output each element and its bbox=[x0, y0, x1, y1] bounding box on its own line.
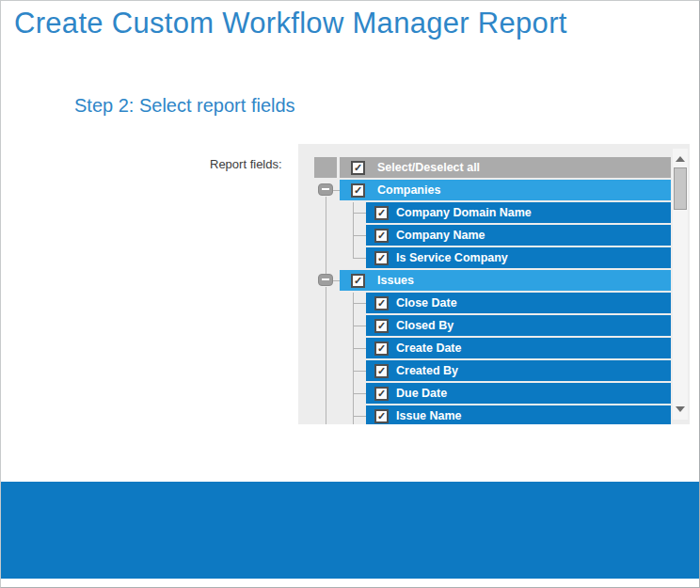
checkbox-checked-icon[interactable]: ✓ bbox=[374, 342, 389, 356]
tree-row-label: Company Domain Name bbox=[396, 206, 532, 219]
checkbox-checked-icon[interactable]: ✓ bbox=[374, 409, 389, 423]
tree-row-company-name: ✓Company Name bbox=[314, 225, 671, 246]
tree-gutter-trunk bbox=[314, 315, 340, 336]
tree-row-select-deselect-all: ✓Select/Deselect all bbox=[314, 157, 671, 178]
tree-gutter-trunk bbox=[314, 225, 340, 246]
tree-row-label: Close Date bbox=[396, 296, 457, 310]
tree-gutter bbox=[314, 180, 340, 200]
tree-row-label: Companies bbox=[377, 183, 440, 197]
wizard-footer: Previous Next bbox=[1, 482, 699, 579]
tree-row-issues: ✓Issues bbox=[314, 270, 671, 291]
collapse-expander-icon[interactable] bbox=[318, 274, 333, 286]
checkbox-checked-icon[interactable]: ✓ bbox=[374, 229, 389, 243]
vertical-scrollbar[interactable] bbox=[673, 149, 688, 420]
tree-line bbox=[353, 213, 366, 214]
tree-line bbox=[353, 225, 354, 247]
tree-line bbox=[333, 190, 340, 191]
report-fields-label: Report fields: bbox=[210, 157, 282, 171]
tree-line bbox=[353, 383, 354, 405]
tree-row-body[interactable]: ✓Due Date bbox=[366, 383, 671, 404]
tree-gutter-trunk bbox=[314, 405, 340, 424]
tree-gutter-trunk bbox=[314, 202, 340, 223]
tree-rows: ✓Select/Deselect all✓Companies✓Company D… bbox=[314, 157, 671, 424]
tree-gutter-branch bbox=[340, 293, 366, 313]
tree-line bbox=[326, 338, 326, 360]
tree-line bbox=[353, 235, 366, 236]
checkbox-checked-icon[interactable]: ✓ bbox=[351, 183, 365, 198]
tree-line bbox=[326, 293, 326, 315]
tree-row-due-date: ✓Due Date bbox=[314, 383, 671, 404]
tree-row-company-domain-name: ✓Company Domain Name bbox=[314, 202, 671, 223]
scrollbar-thumb[interactable] bbox=[674, 167, 687, 210]
tree-line bbox=[326, 405, 326, 424]
checkbox-checked-icon[interactable]: ✓ bbox=[351, 161, 365, 175]
tree-row-companies: ✓Companies bbox=[314, 180, 671, 200]
tree-gutter-trunk bbox=[314, 383, 340, 404]
tree-gutter-branch bbox=[340, 202, 366, 223]
tree-row-body[interactable]: ✓Is Service Company bbox=[366, 247, 671, 268]
tree-gutter-branch bbox=[340, 405, 366, 424]
tree-row-created-by: ✓Created By bbox=[314, 360, 671, 381]
tree-row-body[interactable]: ✓Created By bbox=[366, 360, 671, 381]
tree-gutter-branch bbox=[340, 360, 366, 381]
tree-row-label: Is Service Company bbox=[396, 251, 508, 264]
tree-line bbox=[353, 416, 366, 417]
report-fields-listbox: ✓Select/Deselect all✓Companies✓Company D… bbox=[298, 144, 690, 424]
tree-row-label: Created By bbox=[396, 364, 458, 377]
tree-row-label: Company Name bbox=[396, 229, 485, 242]
tree-row-issue-name: ✓Issue Name bbox=[314, 405, 671, 424]
tree-line bbox=[353, 326, 366, 326]
tree-row-body[interactable]: ✓Company Name bbox=[366, 225, 671, 246]
checkbox-checked-icon[interactable]: ✓ bbox=[351, 274, 365, 288]
checkbox-checked-icon[interactable]: ✓ bbox=[374, 296, 389, 310]
tree-row-body[interactable]: ✓Companies bbox=[340, 180, 671, 200]
tree-gutter-trunk bbox=[314, 293, 340, 313]
checkbox-checked-icon[interactable]: ✓ bbox=[374, 206, 389, 220]
tree-row-label: Create Date bbox=[396, 342, 461, 355]
tree-gutter bbox=[314, 270, 340, 291]
collapse-expander-icon[interactable] bbox=[318, 183, 333, 196]
tree-line bbox=[353, 315, 354, 338]
tree-line bbox=[326, 383, 326, 405]
wizard-window: Create Custom Workflow Manager Report St… bbox=[0, 0, 700, 588]
tree-row-is-service-company: ✓Is Service Company bbox=[314, 247, 671, 268]
checkbox-checked-icon[interactable]: ✓ bbox=[374, 319, 389, 333]
tree-row-body[interactable]: ✓Issue Name bbox=[366, 405, 671, 424]
tree-line bbox=[326, 360, 326, 383]
tree-row-label: Select/Deselect all bbox=[377, 161, 480, 174]
tree-line bbox=[326, 225, 326, 247]
checkbox-checked-icon[interactable]: ✓ bbox=[374, 251, 389, 265]
tree-line bbox=[326, 247, 326, 270]
tree-gutter-branch bbox=[340, 225, 366, 246]
tree-row-body[interactable]: ✓Closed By bbox=[366, 315, 671, 336]
scroll-down-icon[interactable] bbox=[676, 406, 685, 412]
tree-row-body[interactable]: ✓Issues bbox=[340, 270, 671, 291]
tree-row-closed-by: ✓Closed By bbox=[314, 315, 671, 336]
tree-row-label: Closed By bbox=[396, 319, 453, 332]
tree-row-close-date: ✓Close Date bbox=[314, 293, 671, 313]
tree-row-body[interactable]: ✓Close Date bbox=[366, 293, 671, 313]
tree-row-label: Issues bbox=[377, 274, 414, 287]
tree-line bbox=[353, 303, 366, 304]
tree-line bbox=[353, 360, 354, 383]
tree-line bbox=[353, 348, 366, 349]
tree-gutter-branch bbox=[340, 383, 366, 404]
scroll-up-icon[interactable] bbox=[676, 156, 685, 162]
checkbox-checked-icon[interactable]: ✓ bbox=[374, 387, 389, 401]
page-title: Create Custom Workflow Manager Report bbox=[14, 7, 567, 40]
tree-line bbox=[333, 280, 340, 281]
checkbox-checked-icon[interactable]: ✓ bbox=[374, 364, 389, 378]
step-heading: Step 2: Select report fields bbox=[74, 95, 295, 117]
tree-row-body[interactable]: ✓Select/Deselect all bbox=[340, 157, 671, 178]
tree-row-body[interactable]: ✓Company Domain Name bbox=[366, 202, 671, 223]
tree-line bbox=[353, 202, 354, 225]
tree-gutter-trunk bbox=[314, 338, 340, 358]
tree-line bbox=[353, 338, 354, 360]
tree-line bbox=[353, 258, 366, 259]
tree-gutter-branch bbox=[340, 247, 366, 268]
tree-corner-cell bbox=[314, 157, 337, 178]
tree-gutter-trunk bbox=[314, 360, 340, 381]
tree-row-label: Due Date bbox=[396, 387, 447, 400]
tree-row-body[interactable]: ✓Create Date bbox=[366, 338, 671, 358]
minus-glyph bbox=[322, 188, 329, 190]
